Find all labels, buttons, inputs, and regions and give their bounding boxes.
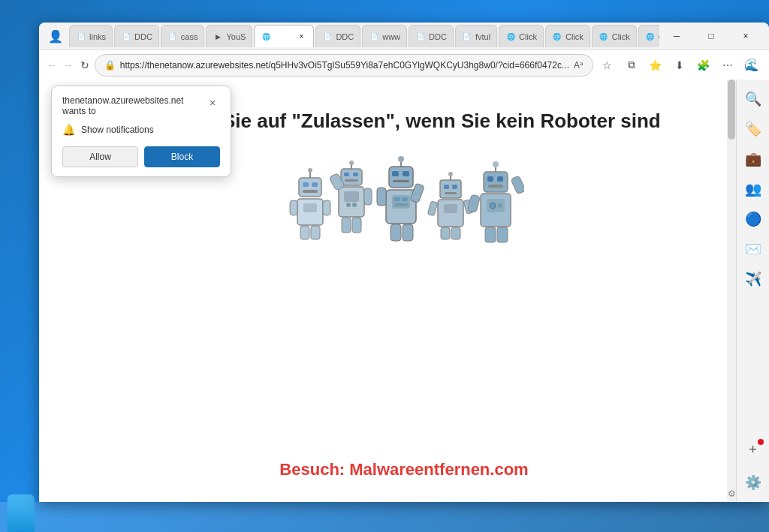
svg-rect-7 [303,203,317,212]
sidebar-collections-icon[interactable]: 🏷️ [740,116,767,143]
scrollbar-thumb[interactable] [728,80,735,140]
tab-favicon-yous: ▶ [213,32,223,42]
address-text: https://thenetanow.azurewebsites.net/q5H… [120,60,569,71]
svg-rect-30 [403,171,409,176]
close-button[interactable]: × [728,24,763,48]
tab-label-ddc1: DDC [134,32,152,41]
tab-label-www: www [382,32,400,41]
sidebar-add-button[interactable]: + [740,436,767,463]
extensions-button[interactable]: 🧩 [692,54,715,77]
svg-rect-63 [511,176,524,194]
robots-svg [284,155,524,268]
profile-icon[interactable]: 👤 [48,29,63,44]
svg-rect-46 [445,192,457,194]
svg-rect-52 [451,227,460,239]
tab-links[interactable]: 📄 links [69,25,113,47]
tab-active[interactable]: 🌐 × [254,25,314,47]
svg-rect-58 [488,185,503,188]
browser-content: ⚙ 🔍 🏷️ 💼 👥 🔵 ✉️ ✈️ + ⚙️ thenetanow.azure… [39,80,769,502]
address-bar-row: ← → ↻ 🔒 https://thenetanow.azurewebsites… [39,50,769,80]
svg-rect-35 [402,197,408,201]
tab-fvtul[interactable]: 📄 fvtul [455,25,497,47]
favorites-button[interactable]: ⭐ [644,54,667,77]
sidebar-search-icon[interactable]: 🔍 [740,86,767,113]
scrollbar-settings-icon[interactable]: ⚙ [728,488,736,499]
tab-bar: 📄 links 📄 DDC 📄 cass ▶ YouS 🌐 × [66,23,659,50]
svg-rect-39 [391,224,401,241]
sidebar-mail-icon[interactable]: ✉️ [740,236,767,263]
tab-ddc2[interactable]: 📄 DDC [315,25,360,47]
tab-favicon-click4: 🌐 [645,32,656,42]
window-controls: ─ □ × [659,24,763,48]
svg-rect-48 [444,204,457,213]
svg-rect-16 [353,173,358,176]
edge-copilot-button[interactable]: 🌊 [740,54,763,77]
svg-point-61 [490,203,496,209]
svg-rect-9 [323,200,330,215]
reader-icon[interactable]: Aᵃ [574,60,584,71]
svg-rect-28 [389,167,413,188]
tab-click3[interactable]: 🌐 Click [592,25,637,47]
svg-rect-25 [352,218,361,233]
sidebar-add-icon: + [749,442,757,458]
downloads-button[interactable]: ⬇ [668,54,691,77]
tab-label-click3: Click [612,32,630,41]
split-view-button[interactable]: ⧉ [620,54,643,77]
svg-rect-55 [484,172,508,192]
tab-favicon-ddc1: 📄 [121,32,131,42]
tab-cass[interactable]: 📄 cass [161,25,205,47]
svg-rect-37 [377,188,386,206]
tab-click4[interactable]: 🌐 Click [638,25,659,47]
start-menu-icon[interactable] [8,494,35,532]
tab-label-click2: Click [565,32,584,41]
sidebar-briefcase-icon[interactable]: 💼 [740,146,767,173]
svg-point-62 [498,203,502,208]
more-button[interactable]: ⋯ [716,54,739,77]
svg-point-54 [493,161,499,167]
back-button[interactable]: ← [45,54,59,77]
svg-rect-8 [290,200,297,215]
tab-ddc1[interactable]: 📄 DDC [114,25,159,47]
bookmark-button[interactable]: ☆ [596,54,619,77]
browser-window: 👤 📄 links 📄 DDC 📄 cass ▶ YouS 🌐 [39,23,769,502]
svg-rect-43 [440,180,461,198]
notification-popup: thenetanow.azurewebsites.net wants to × … [51,86,231,177]
tab-favicon-ddc3: 📄 [415,32,426,42]
tab-click2[interactable]: 🌐 Click [545,25,590,47]
tab-favicon-www: 📄 [369,32,379,42]
maximize-button[interactable]: □ [694,24,728,48]
footer-text: Besuch: Malwareentfernen.com [279,460,528,479]
tab-www[interactable]: 📄 www [362,25,407,47]
tab-yous[interactable]: ▶ YouS [206,25,252,47]
svg-rect-23 [364,188,372,205]
page-footer: Besuch: Malwareentfernen.com [279,460,528,487]
svg-rect-17 [345,179,358,182]
block-button[interactable]: Block [144,146,220,167]
forward-button[interactable]: → [62,54,75,77]
tab-favicon-click1: 🌐 [505,32,516,42]
tab-click1[interactable]: 🌐 Click [499,25,544,47]
svg-rect-31 [393,180,409,182]
tab-ddc3[interactable]: 📄 DDC [409,25,454,47]
svg-point-42 [448,172,453,176]
svg-point-27 [398,156,404,162]
tab-close-active[interactable]: × [295,31,307,43]
lock-icon: 🔒 [104,60,116,71]
popup-close-button[interactable]: × [205,95,220,110]
svg-rect-56 [487,176,493,182]
sidebar-circle-icon[interactable]: 🔵 [740,206,767,233]
title-bar: 👤 📄 links 📄 DDC 📄 cass ▶ YouS 🌐 [39,23,769,50]
scrollbar[interactable]: ⚙ [727,80,736,502]
sidebar-users-icon[interactable]: 👥 [740,176,767,203]
svg-rect-57 [497,176,503,182]
address-bar[interactable]: 🔒 https://thenetanow.azurewebsites.net/q… [95,54,593,77]
minimize-button[interactable]: ─ [659,24,694,48]
svg-rect-5 [303,190,318,193]
tab-favicon-click3: 🌐 [599,32,609,42]
sidebar-telegram-icon[interactable]: ✈️ [740,266,767,293]
bell-icon: 🔔 [62,124,75,136]
sidebar-settings-icon[interactable]: ⚙️ [740,469,767,496]
tab-favicon-ddc2: 📄 [322,32,333,42]
refresh-button[interactable]: ↻ [78,54,92,77]
allow-button[interactable]: Allow [62,146,138,167]
